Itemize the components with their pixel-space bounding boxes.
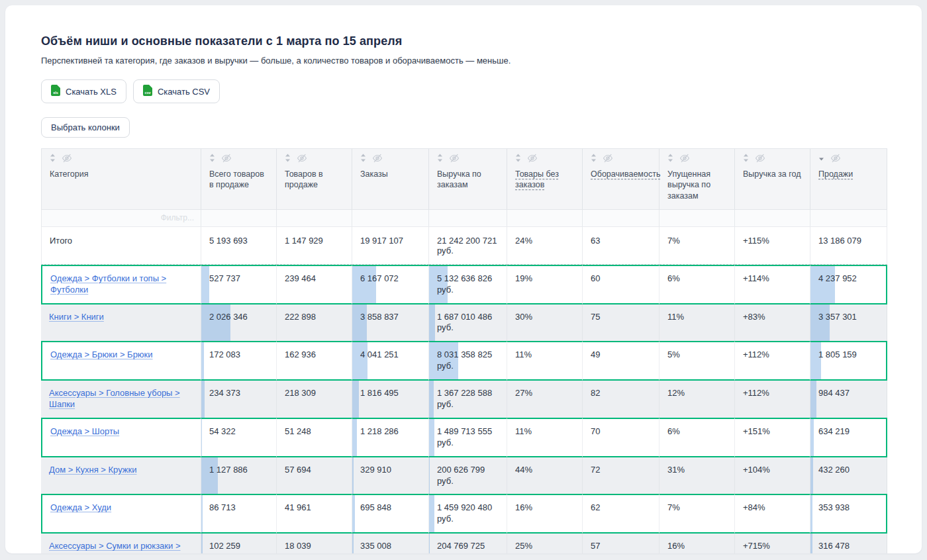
sort-desc-icon[interactable] [818,154,824,165]
eye-off-icon[interactable] [221,154,232,165]
filter-cell-2[interactable] [277,210,352,227]
value-cell: 4 237 952 [810,265,887,304]
select-columns-button[interactable]: Выбрать колонки [41,117,130,138]
category-cell: Одежда > Брюки > Брюки [41,341,201,381]
category-link[interactable]: Одежда > Брюки > Брюки [50,350,153,359]
svg-text:xls: xls [53,91,58,95]
value-cell: +104% [735,457,810,494]
value-cell: 18 039 [277,534,352,553]
value-cell: 41 961 [277,494,352,534]
value-cell: 335 008 [352,534,429,553]
sort-icon[interactable] [667,154,673,165]
filter-cell-7[interactable] [659,210,735,227]
column-header-4[interactable]: Выручка по заказам [429,148,507,210]
value-cell: 634 219 [810,418,887,457]
download-xls-button[interactable]: xls Скачать XLS [41,79,126,103]
category-link[interactable]: Книги > Книги [49,312,104,322]
totals-value-2: 19 917 107 [352,227,429,265]
sort-icon[interactable] [743,154,749,165]
value-cell: +84% [735,494,810,534]
value-bar [810,266,835,303]
value-bar [201,381,205,418]
value-cell: 200 626 799 руб. [429,457,507,494]
svg-text:csv: csv [144,91,151,95]
sort-icon[interactable] [591,154,597,165]
category-link[interactable]: Аксессуары > Головные уборы > Шапки [49,388,180,409]
column-header-label: Заказы [360,169,422,179]
column-header-0[interactable]: Категория [41,148,201,210]
value-bar [810,495,812,532]
value-cell: 222 898 [277,304,352,342]
value-cell: 1 367 228 588 руб. [429,381,507,418]
column-header-5[interactable]: Товары без заказов [507,148,583,210]
eye-off-icon[interactable] [603,154,613,165]
column-header-7[interactable]: Упущенная выручка по заказам [659,148,735,210]
table-row: Одежда > Шорты54 32251 2481 218 2861 489… [41,418,887,457]
csv-file-icon: csv [143,85,152,98]
filter-cell-4[interactable] [429,210,507,227]
table-row: Дом > Кухня > Кружки1 127 88657 694329 9… [41,457,887,494]
filter-cell-6[interactable] [583,210,659,227]
value-cell: 7% [659,494,735,534]
column-header-3[interactable]: Заказы [352,148,429,210]
download-csv-button[interactable]: csv Скачать CSV [133,79,220,103]
eye-off-icon[interactable] [62,154,72,165]
category-link[interactable]: Одежда > Шорты [50,426,119,436]
column-header-label: Товары без заказов [515,169,575,191]
sort-icon[interactable] [515,154,521,165]
category-link[interactable]: Одежда > Худи [50,502,111,512]
eye-off-icon[interactable] [372,154,383,165]
value-cell: 5% [659,341,735,381]
eye-off-icon[interactable] [755,154,765,165]
eye-off-icon[interactable] [297,154,307,165]
value-bar [810,457,813,494]
eye-off-icon[interactable] [449,154,460,165]
sort-icon[interactable] [285,154,291,165]
totals-value-3: 21 242 200 721 руб. [429,227,507,265]
sort-icon[interactable] [50,154,56,165]
filter-cell-1[interactable] [201,210,277,227]
value-bar [201,304,230,342]
value-cell: 2 026 346 [201,304,277,342]
value-cell: 75 [583,304,659,342]
filter-cell-5[interactable] [507,210,583,227]
value-cell: 11% [659,304,735,342]
value-bar [810,419,814,456]
value-cell: 25% [507,534,583,553]
eye-off-icon[interactable] [679,154,690,165]
filter-cell-9[interactable] [810,210,887,227]
category-cell: Аксессуары > Сумки и рюкзаки > Сумки хоз… [41,534,201,553]
value-cell: +112% [735,341,810,381]
eye-off-icon[interactable] [830,154,841,165]
value-cell: +715% [735,534,810,553]
totals-value-4: 24% [507,227,583,265]
sort-icon[interactable] [209,154,215,165]
category-cell: Дом > Кухня > Кружки [41,457,201,494]
value-bar [810,381,816,418]
category-link[interactable]: Дом > Кухня > Кружки [49,465,137,475]
value-cell: 6% [659,265,735,304]
eye-off-icon[interactable] [527,154,538,165]
value-cell: 316 478 [810,534,887,553]
value-cell: +83% [735,304,810,342]
filter-cell-8[interactable] [735,210,810,227]
page-subtitle: Перспективней та категория, где заказов … [41,56,922,66]
filter-cell-3[interactable] [352,210,429,227]
download-xls-label: Скачать XLS [66,87,117,97]
sort-icon[interactable] [437,154,443,165]
column-header-8[interactable]: Выручка за год [735,148,810,210]
column-header-9[interactable]: Продажи [810,148,887,210]
value-bar [201,419,202,456]
sort-icon[interactable] [360,154,366,165]
column-header-1[interactable]: Всего товаров в продаже [201,148,277,210]
column-header-label: Выручка за год [743,169,803,179]
category-link[interactable]: Одежда > Футболки и топы > Футболки [50,273,166,295]
xls-file-icon: xls [51,85,60,98]
column-header-6[interactable]: Оборачиваемость [583,148,659,210]
category-link[interactable]: Аксессуары > Сумки и рюкзаки > Сумки хоз… [49,541,180,553]
filter-cell-0[interactable]: Фильтр... [41,210,201,227]
value-cell: 12% [659,381,735,418]
column-header-2[interactable]: Товаров в продаже [277,148,352,210]
value-cell: 54 322 [201,418,277,457]
value-cell: 1 687 010 486 руб. [429,304,507,342]
